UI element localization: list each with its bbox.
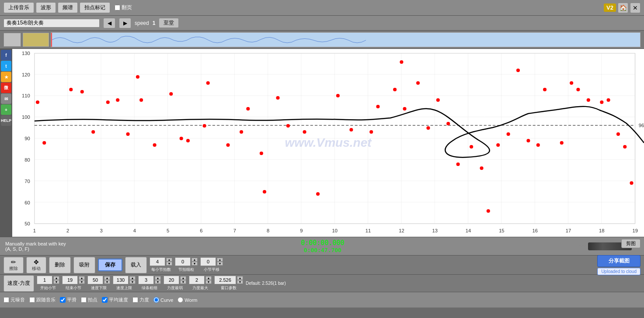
force-min-group: ▲ ▼ 力度最弱 xyxy=(164,276,186,291)
smooth-label: 平滑 xyxy=(67,297,77,303)
move-button[interactable]: ✥ 移动 xyxy=(26,257,46,273)
save-button[interactable]: 保存 xyxy=(98,259,122,271)
svg-point-52 xyxy=(206,81,210,85)
end-bar-down[interactable]: ▼ xyxy=(79,280,85,284)
song-title-input[interactable] xyxy=(3,19,100,28)
bar-offset-up[interactable]: ▲ xyxy=(217,258,223,262)
noise-checkbox[interactable] xyxy=(3,297,9,303)
speed-min-up[interactable]: ▲ xyxy=(104,276,110,280)
force-max-input[interactable] xyxy=(189,276,205,284)
time-total: 0:00:47.700 xyxy=(301,247,344,253)
svg-point-83 xyxy=(560,141,564,145)
beat-mark-button[interactable]: 拍点标记 xyxy=(80,2,110,13)
mail-icon[interactable]: ✉ xyxy=(1,93,11,104)
plus-icon[interactable]: + xyxy=(1,104,11,115)
upload-music-button[interactable]: 上传音乐 xyxy=(3,2,34,13)
force-min-up[interactable]: ▲ xyxy=(180,276,186,280)
load-button[interactable]: 载入 xyxy=(125,257,147,273)
waveform-playhead xyxy=(51,33,52,47)
twitter-icon[interactable]: t xyxy=(1,61,11,71)
curve-radio[interactable] xyxy=(153,297,159,303)
close-icon-btn[interactable]: ✕ xyxy=(630,3,641,13)
spectrum-button[interactable]: 频谱 xyxy=(58,2,78,13)
velocity-button[interactable]: 速度-力度 xyxy=(3,275,34,292)
default-label: Default: xyxy=(246,281,261,286)
quantize-input[interactable] xyxy=(175,257,191,266)
home-icon-btn[interactable]: 🏠 xyxy=(618,3,628,13)
play-button[interactable]: ▶ xyxy=(119,18,131,28)
top-toolbar: 上传音乐 波形 频谱 拍点标记 翻页 V2 🏠 ✕ xyxy=(0,0,644,16)
end-bar-input[interactable] xyxy=(62,276,78,284)
window-param-down[interactable]: ▼ xyxy=(237,280,243,284)
default-value: 2.526(1 bar) xyxy=(262,281,285,286)
worm-radio[interactable] xyxy=(178,297,183,303)
weibo-icon[interactable]: 微 xyxy=(1,83,11,93)
svg-point-39 xyxy=(69,88,73,91)
force-min-arrows: ▲ ▼ xyxy=(180,276,186,284)
attach-button[interactable]: 吸附 xyxy=(73,257,95,273)
force-max-up[interactable]: ▲ xyxy=(205,276,212,280)
end-bar-up[interactable]: ▲ xyxy=(79,276,85,280)
smooth-checkbox[interactable] xyxy=(60,297,66,303)
waveform-main[interactable] xyxy=(51,32,641,47)
beat-point-checkbox[interactable] xyxy=(81,297,87,303)
start-bar-input[interactable] xyxy=(37,276,52,284)
line-width-input[interactable] xyxy=(138,276,154,284)
line-width-down[interactable]: ▼ xyxy=(155,280,161,284)
cut-button[interactable]: 剪图 xyxy=(621,239,641,248)
svg-text:120: 120 xyxy=(22,72,30,77)
waveform-left-spacer xyxy=(3,33,21,47)
confirm-button[interactable]: 至堂 xyxy=(159,18,179,28)
beats-per-bar-up[interactable]: ▲ xyxy=(166,258,172,262)
speed-max-down[interactable]: ▼ xyxy=(129,280,136,284)
curve-label: Curve xyxy=(160,297,173,303)
window-param-up[interactable]: ▲ xyxy=(237,276,243,280)
force-wrap: 力度 xyxy=(132,297,149,303)
svg-point-46 xyxy=(139,98,143,102)
window-param-group: ▲ ▼ 窗口参数 xyxy=(214,276,243,291)
svg-point-62 xyxy=(336,94,340,97)
speed-max-up[interactable]: ▲ xyxy=(129,276,136,280)
svg-text:11: 11 xyxy=(366,228,371,233)
erase-button[interactable]: ✏ 擦除 xyxy=(3,257,24,273)
svg-text:9: 9 xyxy=(300,228,303,233)
avg-speed-checkbox[interactable] xyxy=(102,297,108,303)
prev-button[interactable]: ◀ xyxy=(103,18,115,28)
svg-point-85 xyxy=(576,88,580,91)
quantize-up[interactable]: ▲ xyxy=(191,258,198,262)
help-icon[interactable]: HELP xyxy=(1,115,11,126)
time-current: 0:00:00.000 xyxy=(301,239,344,247)
svg-text:17: 17 xyxy=(566,228,571,233)
svg-point-38 xyxy=(42,141,46,145)
quantize-down[interactable]: ▼ xyxy=(191,262,198,266)
speed-max-input[interactable] xyxy=(113,276,129,284)
speed-min-down[interactable]: ▼ xyxy=(104,280,110,284)
start-bar-up[interactable]: ▲ xyxy=(53,276,59,280)
beats-per-bar-down[interactable]: ▼ xyxy=(166,262,172,266)
force-min-input[interactable] xyxy=(164,276,179,284)
quantize-label: 节拍细粒 xyxy=(178,267,194,273)
speed-min-input[interactable] xyxy=(87,276,103,284)
beats-per-bar-input[interactable] xyxy=(150,257,165,266)
flip-page-checkbox[interactable] xyxy=(115,5,120,10)
force-min-down[interactable]: ▼ xyxy=(180,280,186,284)
force-max-down[interactable]: ▼ xyxy=(205,280,212,284)
delete-label: 删除 xyxy=(55,261,65,269)
window-param-input[interactable] xyxy=(214,276,236,284)
beat-music-checkbox[interactable] xyxy=(29,297,35,303)
waveform-button[interactable]: 波形 xyxy=(36,2,56,13)
line-width-up[interactable]: ▲ xyxy=(155,276,161,280)
svg-point-37 xyxy=(36,100,39,104)
star-icon[interactable]: ★ xyxy=(1,72,11,82)
start-bar-down[interactable]: ▼ xyxy=(53,280,59,284)
delete-button[interactable]: 删除 xyxy=(49,257,71,273)
split-screenshot-button[interactable]: 分享截图 xyxy=(597,255,641,267)
bar-offset-down[interactable]: ▼ xyxy=(217,262,223,266)
force-checkbox[interactable] xyxy=(132,297,138,303)
bar-offset-input[interactable] xyxy=(200,257,216,266)
force-max-wrap: ▲ ▼ xyxy=(189,276,212,284)
facebook-icon[interactable]: f xyxy=(1,50,11,60)
chart-container[interactable]: www.Vmus.net 130 120 xyxy=(12,49,644,237)
second-toolbar: ◀ ▶ speed 1 至堂 xyxy=(0,16,644,31)
move-icon: ✥ xyxy=(34,259,39,266)
